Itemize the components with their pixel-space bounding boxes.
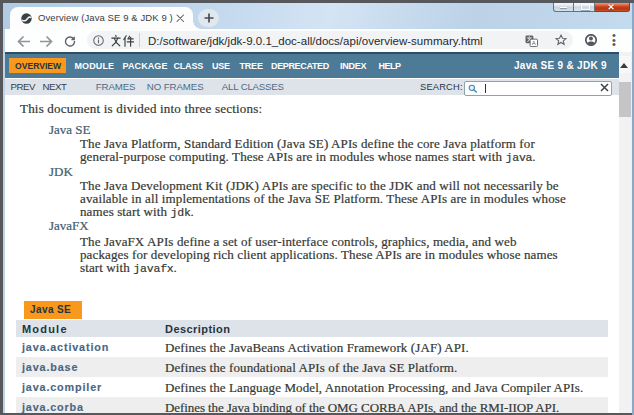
svg-text:A: A [532,40,536,46]
